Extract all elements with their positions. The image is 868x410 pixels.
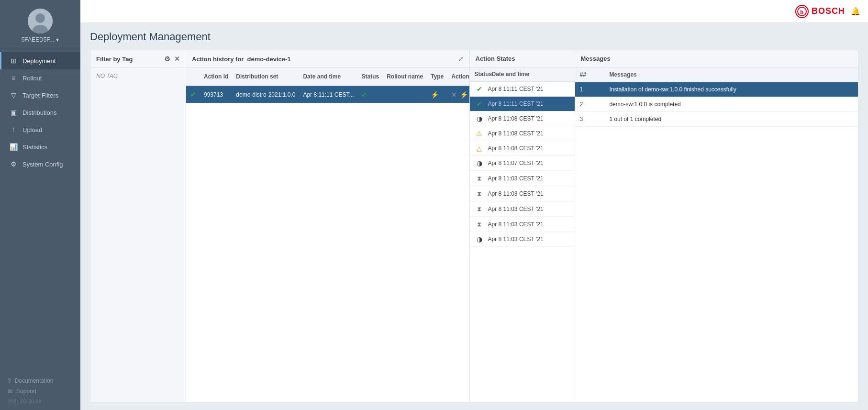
state-time-7: Apr 8 11:03 CEST '21 [488,190,544,197]
page-content: Deployment Management Filter by Tag ⚙ ✕ … [80,23,868,410]
sidebar-footer: ? Documentation ✉ Support 2021.03.30.99 [0,372,80,410]
state-time-2: Apr 8 11:08 CEST '21 [488,115,544,122]
state-row[interactable]: ✔Apr 8 11:11 CEST '21 [470,97,575,111]
sidebar-item-system-config[interactable]: ⚙System Config [0,155,80,173]
action-states-title: Action States [476,55,515,62]
statistics-icon: 📊 [9,143,18,151]
state-row[interactable]: △Apr 8 11:08 CEST '21 [470,141,575,156]
sidebar-label-target-filters: Target Filters [22,92,58,99]
sidebar-item-upload[interactable]: ↑Upload [0,121,80,138]
svg-point-1 [35,13,45,23]
action-states-header: Action States [470,50,575,67]
cell-active: ✔ [186,86,200,103]
col-actions: Actions [447,68,469,86]
target-filters-icon: ▽ [9,91,18,99]
state-row[interactable]: ⧗Apr 8 11:03 CEST '21 [470,201,575,217]
action-history-device: demo-device-1 [247,55,291,63]
cell-status: ✔ [357,86,383,103]
state-row[interactable]: ⧗Apr 8 11:03 CEST '21 [470,186,575,201]
sidebar: 5FAEED5F... ▾ ⊞Deployment≡Rollout▽Target… [0,0,80,410]
state-time-4: Apr 8 11:08 CEST '21 [488,145,544,152]
states-list: Status Date and time ✔Apr 8 11:11 CEST '… [470,67,575,402]
col-message: Messages [604,67,858,82]
action-force-icon[interactable]: ⚡ [460,91,468,99]
user-section: 5FAEED5F... ▾ [0,0,80,48]
state-status-icon-0: ✔ [475,85,484,93]
state-status-icon-4: △ [475,144,484,152]
expand-icon[interactable]: ⤢ [458,55,464,63]
state-row[interactable]: ⚠Apr 8 11:08 CEST '21 [470,126,575,141]
documentation-link[interactable]: ? Documentation [8,377,73,384]
filter-settings-icon[interactable]: ⚙ [164,55,170,63]
panels-row: Filter by Tag ⚙ ✕ NO TAG Action history … [90,50,858,402]
sidebar-item-rollout[interactable]: ≡Rollout [0,69,80,87]
state-time-3: Apr 8 11:08 CEST '21 [488,130,544,137]
col-status: Status [357,68,383,86]
cell-actions: ✕ ⚡ ✕ [447,86,469,103]
state-time-1: Apr 8 11:11 CEST '21 [488,100,544,107]
messages-header-row: ## Messages [575,67,858,82]
cell-type: ⚡ [427,86,447,103]
state-row[interactable]: ◑Apr 8 11:03 CEST '21 [470,232,575,247]
message-row[interactable]: 1Installation of demo-sw:1.0.0 finished … [575,82,858,97]
state-row[interactable]: ⧗Apr 8 11:03 CEST '21 [470,217,575,232]
messages-tbody: 1Installation of demo-sw:1.0.0 finished … [575,82,858,127]
state-row[interactable]: ✔Apr 8 11:11 CEST '21 [470,82,575,97]
message-row[interactable]: 2demo-sw:1.0.0 is completed [575,97,858,112]
sidebar-item-deployment[interactable]: ⊞Deployment [0,52,80,69]
message-row[interactable]: 31 out of 1 completed [575,112,858,127]
col-date-time: Date and time [299,68,357,86]
state-status-icon-2: ◑ [475,115,484,122]
sidebar-label-statistics: Statistics [22,144,47,151]
action-history-table: Action Id Distribution set Date and time… [186,68,469,103]
sidebar-item-target-filters[interactable]: ▽Target Filters [0,87,80,104]
col-num: ## [575,67,605,82]
messages-title: Messages [581,55,611,62]
state-time-5: Apr 8 11:07 CEST '21 [488,160,544,166]
filter-by-tag-label: Filter by Tag [96,55,133,63]
action-history-header: Action history for demo-device-1 ⤢ [186,50,469,68]
deployment-icon: ⊞ [9,57,18,65]
sidebar-label-rollout: Rollout [22,75,42,82]
state-status-icon-6: ⧗ [475,174,484,182]
col-type: Type [427,68,447,86]
support-link[interactable]: ✉ Support [8,388,73,395]
sidebar-label-distributions: Distributions [22,109,57,116]
state-status-icon-10: ◑ [475,235,484,243]
avatar [28,9,53,33]
state-status-icon-9: ⧗ [475,220,484,228]
cell-rollout-name [383,86,427,103]
table-row[interactable]: ✔ 993713 demo-distro-2021:1.0.0 Apr 8 11… [186,86,469,103]
state-row[interactable]: ◑Apr 8 11:07 CEST '21 [470,156,575,171]
filter-header: Filter by Tag ⚙ ✕ [90,50,186,68]
col-distribution-set: Distribution set [232,68,299,86]
system-config-icon: ⚙ [9,160,18,168]
state-row[interactable]: ◑Apr 8 11:08 CEST '21 [470,111,575,126]
state-time-8: Apr 8 11:03 CEST '21 [488,206,544,212]
state-status-icon-8: ⧗ [475,205,484,213]
messages-panel: Messages ## Messages 1Installation of de… [575,50,858,402]
msg-num-0: 1 [575,82,605,97]
topbar-right: b BOSCH 🔔 [795,5,860,18]
main-area: b BOSCH 🔔 Deployment Management Filter b… [80,0,868,410]
filter-close-icon[interactable]: ✕ [174,55,180,63]
state-row[interactable]: ⧗Apr 8 11:03 CEST '21 [470,171,575,186]
filter-icons: ⚙ ✕ [164,55,180,63]
no-tag-label: NO TAG [90,68,186,84]
sidebar-label-system-config: System Config [22,161,63,168]
sidebar-item-statistics[interactable]: 📊Statistics [0,138,80,155]
page-title: Deployment Management [90,31,858,43]
msg-num-2: 3 [575,112,605,127]
state-time-9: Apr 8 11:03 CEST '21 [488,221,544,228]
sidebar-item-distributions[interactable]: ▣Distributions [0,104,80,121]
notification-bell-icon[interactable]: 🔔 [851,7,860,16]
upload-icon: ↑ [9,126,18,133]
messages-table-container: ## Messages 1Installation of demo-sw:1.0… [575,67,858,402]
state-time-6: Apr 8 11:03 CEST '21 [488,175,544,182]
msg-num-1: 2 [575,97,605,112]
question-icon: ? [8,377,11,384]
distributions-icon: ▣ [9,109,18,116]
sidebar-label-deployment: Deployment [22,57,56,65]
action-history-table-container: Action Id Distribution set Date and time… [186,68,469,402]
action-cancel-icon[interactable]: ✕ [451,91,457,99]
